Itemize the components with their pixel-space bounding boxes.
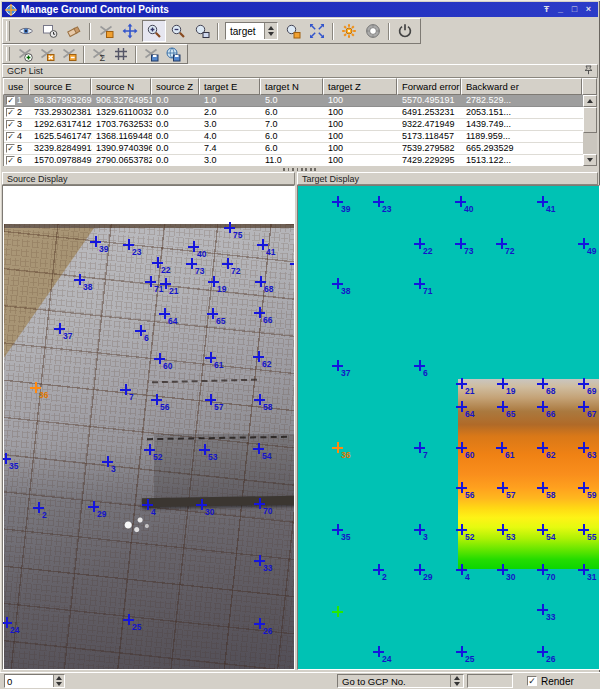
gcp-marker-label: 63 — [587, 450, 596, 460]
grid-icon — [113, 46, 129, 62]
cut-gcp-button[interactable] — [94, 20, 118, 42]
table-row[interactable]: ✓2733.2930238131329.611003210.02.06.0100… — [4, 107, 583, 119]
column-header-target-e[interactable]: target E — [199, 78, 260, 95]
gcp-marker-label: 70 — [263, 506, 272, 516]
scrollbar-thumb[interactable] — [583, 107, 597, 133]
help-ring-icon — [365, 23, 381, 39]
target-select[interactable]: target — [225, 22, 278, 40]
help-ring-button[interactable] — [361, 20, 385, 42]
settings-gear-button[interactable] — [337, 20, 361, 42]
remove-gcp-button[interactable] — [58, 46, 80, 63]
title-bar[interactable]: Manage Ground Control Points Ŧ _ □ × — [2, 2, 598, 17]
use-cell[interactable]: ✓4 — [4, 131, 30, 142]
gcp-marker[interactable] — [290, 258, 295, 269]
gcp-marker-label: 23 — [132, 247, 141, 257]
zoom-to-gcp-button[interactable] — [281, 20, 305, 42]
gcp-marker-label: 64 — [465, 409, 474, 419]
scroll-up-icon[interactable] — [583, 95, 597, 107]
gcp-marker-label: 19 — [217, 284, 226, 294]
cell: 3.0 — [200, 155, 261, 166]
gcp-marker-label: 36 — [341, 450, 350, 460]
delete-gcp-button[interactable] — [36, 46, 58, 63]
globe-save-icon — [165, 46, 181, 62]
sigma-gcp-button[interactable]: Σ — [88, 46, 110, 63]
column-header-source-z[interactable]: source Z — [151, 78, 199, 95]
checkbox-checked[interactable]: ✓ — [6, 144, 15, 153]
column-header-backward-er[interactable]: Backward er — [461, 78, 582, 95]
checkbox-checked[interactable]: ✓ — [6, 96, 15, 105]
table-scrollbar[interactable] — [583, 95, 597, 166]
render-toggle[interactable]: ✓ Render — [527, 674, 574, 688]
column-header-forward-error[interactable]: Forward error — [397, 78, 461, 95]
cell: 5.0 — [261, 95, 324, 106]
render-checkbox[interactable]: ✓ — [527, 676, 537, 686]
eye-button[interactable] — [14, 20, 38, 42]
table-row[interactable]: ✓31292.63174121703.763253350.03.07.01009… — [4, 119, 583, 131]
zoom-window-button[interactable] — [190, 20, 214, 42]
spinner-arrows-icon[interactable] — [53, 675, 64, 687]
checkbox-checked[interactable]: ✓ — [6, 156, 15, 165]
zoom-to-gcp-icon — [285, 23, 301, 39]
cell: 906.327649515 — [92, 95, 152, 106]
use-cell[interactable]: ✓5 — [4, 143, 30, 154]
gcp-marker-label: 68 — [264, 284, 273, 294]
gcp-marker[interactable] — [332, 606, 343, 617]
use-cell[interactable]: ✓3 — [4, 119, 30, 130]
toolbar-gcp-edit: Σ — [2, 44, 188, 64]
target-display-canvas[interactable]: 3923404122737249387137621196869646566673… — [297, 185, 600, 670]
gcp-marker-label: 21 — [169, 286, 178, 296]
power-button[interactable] — [393, 20, 417, 42]
cell: 100 — [324, 155, 398, 166]
cell: 7.0 — [261, 119, 324, 130]
toolbar-drag-handle[interactable] — [6, 47, 10, 61]
gcp-marker-label: 7 — [129, 392, 134, 402]
pin-icon[interactable] — [584, 65, 593, 77]
cell: 1703.76325335 — [92, 119, 152, 130]
column-header-target-z[interactable]: target Z — [323, 78, 397, 95]
save-gcp-button[interactable] — [140, 46, 162, 63]
eraser-button[interactable] — [62, 20, 86, 42]
table-row[interactable]: ✓41625.546174721368.116944820.04.06.0100… — [4, 131, 583, 143]
zoom-out-button[interactable] — [166, 20, 190, 42]
source-display-canvas[interactable]: 7539234041227372387121196864656637660616… — [2, 185, 295, 670]
use-cell[interactable]: ✓6 — [4, 155, 30, 166]
combo-arrows-icon[interactable] — [264, 23, 277, 39]
table-row[interactable]: ✓61570.097884972790.065378290.03.011.010… — [4, 155, 583, 166]
column-header-use[interactable]: use — [3, 78, 29, 95]
gcp-number-input[interactable] — [5, 675, 53, 687]
use-cell[interactable]: ✓1 — [4, 95, 30, 106]
toolbar-separator — [217, 23, 219, 40]
shade-icon[interactable]: Ŧ — [540, 4, 553, 16]
close-icon[interactable]: × — [582, 4, 595, 16]
gcp-marker-label: 30 — [506, 572, 515, 582]
combo-arrows-icon[interactable] — [450, 675, 463, 687]
cell: 1329.61100321 — [92, 107, 152, 118]
table-row[interactable]: ✓53239.828499131390.974039680.07.46.0100… — [4, 143, 583, 155]
cell: 1625.54617472 — [30, 131, 92, 142]
scroll-down-icon[interactable] — [583, 154, 597, 166]
zoom-in-button[interactable] — [142, 20, 166, 42]
globe-save-button[interactable] — [162, 46, 184, 63]
fit-view-button[interactable] — [305, 20, 329, 42]
gcp-list-title: GCP List — [7, 66, 43, 76]
column-header-target-n[interactable]: target N — [260, 78, 323, 95]
gcp-number-spinbox[interactable] — [4, 674, 65, 688]
column-header-source-n[interactable]: source N — [91, 78, 151, 95]
maximize-icon[interactable]: □ — [568, 4, 581, 16]
gcp-marker-label: 55 — [587, 532, 596, 542]
gcp-marker-label: 61 — [505, 450, 514, 460]
checkbox-checked[interactable]: ✓ — [6, 132, 15, 141]
add-gcp-button[interactable] — [14, 46, 36, 63]
minimize-icon[interactable]: _ — [554, 4, 567, 16]
goto-gcp-combobox[interactable]: Go to GCP No. — [337, 674, 464, 688]
grid-button[interactable] — [110, 46, 132, 63]
splitter-grip — [283, 168, 317, 171]
checkbox-checked[interactable]: ✓ — [6, 108, 15, 117]
toolbar-drag-handle[interactable] — [6, 21, 10, 41]
checkbox-checked[interactable]: ✓ — [6, 120, 15, 129]
pan-button[interactable] — [118, 20, 142, 42]
table-row[interactable]: ✓198.3679932698906.3276495150.01.05.0100… — [4, 95, 583, 107]
use-cell[interactable]: ✓2 — [4, 107, 30, 118]
column-header-source-e[interactable]: source E — [29, 78, 91, 95]
layers-button[interactable] — [38, 20, 62, 42]
